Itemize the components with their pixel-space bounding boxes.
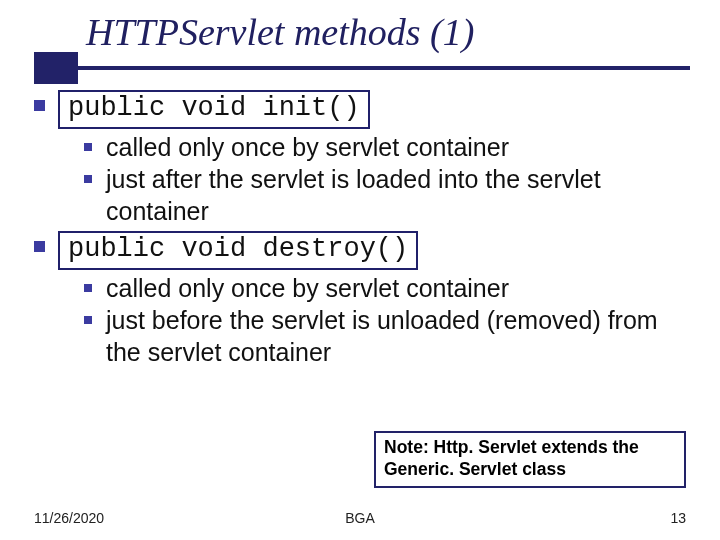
list-item: public void init() (34, 90, 690, 129)
title-region: HTTPServlet methods (1) (0, 0, 720, 86)
footer-page: 13 (670, 510, 686, 526)
footer-date: 11/26/2020 (34, 510, 104, 526)
footer: 11/26/2020 BGA 13 (0, 510, 720, 526)
list-item: public void destroy() (34, 231, 690, 270)
square-bullet-icon (84, 284, 92, 292)
content-area: public void init() called only once by s… (0, 86, 720, 368)
square-bullet-icon (34, 100, 45, 111)
square-bullet-icon (84, 175, 92, 183)
bullet-text: called only once by servlet container (106, 272, 690, 304)
list-item: just after the servlet is loaded into th… (84, 163, 690, 227)
list-item: just before the servlet is unloaded (rem… (84, 304, 690, 368)
sublist: called only once by servlet container ju… (34, 272, 690, 368)
bullet-text: called only once by servlet container (106, 131, 690, 163)
list-item: called only once by servlet container (84, 131, 690, 163)
note-box: Note: Http. Servlet extends the Generic.… (374, 431, 686, 488)
sublist: called only once by servlet container ju… (34, 131, 690, 227)
title-underline (34, 66, 690, 70)
code-signature: public void init() (58, 90, 370, 129)
slide-title: HTTPServlet methods (1) (86, 10, 474, 54)
square-bullet-icon (34, 241, 45, 252)
bullet-text: just after the servlet is loaded into th… (106, 163, 690, 227)
square-bullet-icon (84, 316, 92, 324)
title-accent-block (34, 52, 78, 84)
code-signature: public void destroy() (58, 231, 418, 270)
bullet-text: just before the servlet is unloaded (rem… (106, 304, 690, 368)
footer-center: BGA (345, 510, 375, 526)
square-bullet-icon (84, 143, 92, 151)
list-item: called only once by servlet container (84, 272, 690, 304)
